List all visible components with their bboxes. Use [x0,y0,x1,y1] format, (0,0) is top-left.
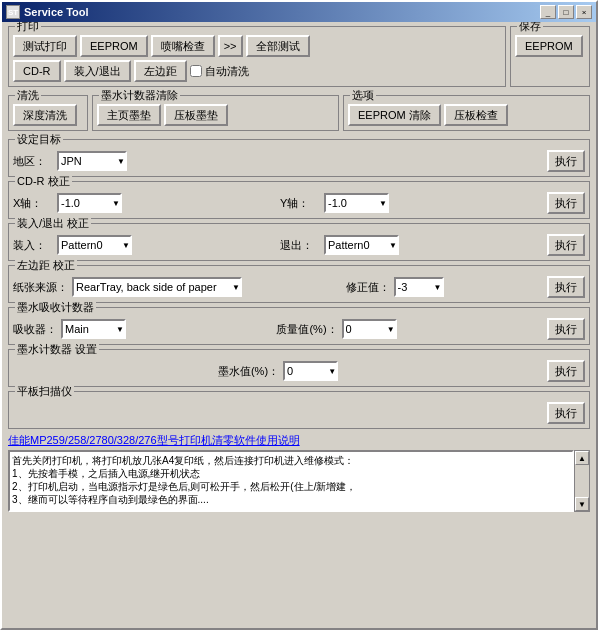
clean-content: 深度清洗 [13,104,83,126]
ink-counter-content: 主页墨垫 压板墨垫 [97,104,334,126]
region-label: 地区： [13,154,53,169]
x-select-wrapper: -1.0 -0.5 0 0.5 1.0 ▼ [57,193,122,213]
x-label: X轴： [13,196,53,211]
flatbed-section: 平板扫描仪 执行 [8,391,590,429]
auto-clean-label[interactable]: 自动清洗 [190,64,249,79]
flatbed-execute-button[interactable]: 执行 [547,402,585,424]
eeprom-save-button[interactable]: EEPROM [515,35,583,57]
options-content: EEPROM 清除 压板检查 [348,104,585,126]
content-area: 打印 测试打印 EEPROM 喷嘴检查 >> 全部测试 CD-R 装入/退出 左… [2,22,596,628]
arrow-button[interactable]: >> [218,35,243,57]
instructions-title[interactable]: 佳能MP259/258/2780/328/276型号打印机清零软件使用说明 [8,433,590,448]
save-content: EEPROM [515,35,585,57]
load-correction-label: 装入/退出 校正 [15,216,91,231]
test-print-button[interactable]: 测试打印 [13,35,77,57]
ink-counter-settings-content: 墨水值(%)： 0 10 20 50 100 ▼ 执行 [13,360,585,382]
load-execute-button[interactable]: 执行 [547,234,585,256]
minimize-button[interactable]: _ [540,5,556,19]
load-select[interactable]: Pattern0 Pattern1 Pattern2 [57,235,132,255]
source-select[interactable]: RearTray, back side of paper RearTray Ca… [72,277,242,297]
region-select[interactable]: JPN USA EUR [57,151,127,171]
cdr-label: CD-R 校正 [15,174,72,189]
ink-counter-settings-section: 墨水计数器 设置 墨水值(%)： 0 10 20 50 100 ▼ 执行 [8,349,590,387]
print-row1: 测试打印 EEPROM 喷嘴检查 >> 全部测试 [13,35,501,57]
platen-check-button[interactable]: 压板检查 [444,104,508,126]
full-test-button[interactable]: 全部测试 [246,35,310,57]
eeprom-print-button[interactable]: EEPROM [80,35,148,57]
unload-label: 退出： [280,238,320,253]
absorber-select-wrapper: Main Sub ▼ [61,319,126,339]
ink-counter-group: 墨水计数器清除 主页墨垫 压板墨垫 [92,95,339,131]
scroll-down[interactable]: ▼ [575,497,589,511]
scrollbar[interactable]: ▲ ▼ [574,450,590,512]
flatbed-label: 平板扫描仪 [15,384,74,399]
main-window: ST Service Tool _ □ × 打印 测试打印 EEPROM 喷嘴检… [0,0,598,630]
quality-select-wrapper: 0 10 20 50 100 ▼ [342,319,397,339]
print-row2: CD-R 装入/退出 左边距 自动清洗 [13,60,501,82]
load-label: 装入： [13,238,53,253]
ink-counter-settings-label: 墨水计数器 设置 [15,342,99,357]
window-icon: ST [6,5,20,19]
deep-clean-button[interactable]: 深度清洗 [13,104,77,126]
options-group-label: 选项 [350,88,376,103]
absorber-execute-button[interactable]: 执行 [547,318,585,340]
print-group: 打印 测试打印 EEPROM 喷嘴检查 >> 全部测试 CD-R 装入/退出 左… [8,26,506,87]
left-margin-button[interactable]: 左边距 [134,60,187,82]
auto-clean-text: 自动清洗 [205,64,249,79]
auto-clean-checkbox[interactable] [190,65,202,77]
target-label: 设定目标 [15,132,63,147]
y-label: Y轴： [280,196,320,211]
ink-val-wrapper: 0 10 20 50 100 ▼ [283,361,338,381]
ink-counter-execute-button[interactable]: 执行 [547,360,585,382]
target-execute-button[interactable]: 执行 [547,150,585,172]
unload-select[interactable]: Pattern0 Pattern1 Pattern2 [324,235,399,255]
ink-value-select[interactable]: 0 10 20 50 100 [283,361,338,381]
save-group: 保存 EEPROM [510,26,590,87]
save-group-label: 保存 [517,22,543,34]
instructions-area: 佳能MP259/258/2780/328/276型号打印机清零软件使用说明 首先… [8,433,590,512]
print-group-label: 打印 [15,22,41,34]
left-margin-content: 纸张来源： RearTray, back side of paper RearT… [13,276,585,298]
quality-select[interactable]: 0 10 20 50 100 [342,319,397,339]
instructions-text: 首先关闭打印机，将打印机放几张A4复印纸，然后连接打印机进入维修模式： 1、先按… [8,450,574,512]
cd-r-button[interactable]: CD-R [13,60,61,82]
maximize-button[interactable]: □ [558,5,574,19]
load-select-wrapper: Pattern0 Pattern1 Pattern2 ▼ [57,235,132,255]
flatbed-content: 执行 [13,402,585,424]
absorber-select[interactable]: Main Sub [61,319,126,339]
left-margin-section: 左边距 校正 纸张来源： RearTray, back side of pape… [8,265,590,303]
left-margin-execute-button[interactable]: 执行 [547,276,585,298]
load-unload-button[interactable]: 装入/退出 [64,60,131,82]
source-label: 纸张来源： [13,280,68,295]
source-select-wrapper: RearTray, back side of paper RearTray Ca… [72,277,242,297]
eeprom-clear-button[interactable]: EEPROM 清除 [348,104,441,126]
instructions-box: 首先关闭打印机，将打印机放几张A4复印纸，然后连接打印机进入维修模式： 1、先按… [8,450,590,512]
nozzle-check-button[interactable]: 喷嘴检查 [151,35,215,57]
clean-group-label: 清洗 [15,88,41,103]
ink-absorber-content: 吸收器： Main Sub ▼ 质量值(%)： 0 10 20 50 [13,318,585,340]
correction-value-select[interactable]: -3 -2 -1 0 1 2 3 [394,277,444,297]
quality-label: 质量值(%)： [276,322,337,337]
correction-val-wrapper: -3 -2 -1 0 1 2 3 ▼ [394,277,444,297]
options-group: 选项 EEPROM 清除 压板检查 [343,95,590,131]
middle-row: 清洗 深度清洗 墨水计数器清除 主页墨垫 压板墨垫 选项 EEPROM 清除 压… [8,95,590,135]
platen-ink-button[interactable]: 压板墨垫 [164,104,228,126]
y-axis-select[interactable]: -1.0 -0.5 0 0.5 1.0 [324,193,389,213]
unload-select-wrapper: Pattern0 Pattern1 Pattern2 ▼ [324,235,399,255]
ink-absorber-label: 墨水吸收计数器 [15,300,96,315]
close-button[interactable]: × [576,5,592,19]
cdr-correction-section: CD-R 校正 X轴： -1.0 -0.5 0 0.5 1.0 ▼ Y轴： [8,181,590,219]
main-ink-button[interactable]: 主页墨垫 [97,104,161,126]
target-section: 设定目标 地区： JPN USA EUR ▼ 执行 [8,139,590,177]
load-content: 装入： Pattern0 Pattern1 Pattern2 ▼ 退出： Pat… [13,234,585,256]
y-select-wrapper: -1.0 -0.5 0 0.5 1.0 ▼ [324,193,389,213]
left-margin-label: 左边距 校正 [15,258,77,273]
ink-absorber-section: 墨水吸收计数器 吸收器： Main Sub ▼ 质量值(%)： 0 10 2 [8,307,590,345]
cdr-execute-button[interactable]: 执行 [547,192,585,214]
scroll-up[interactable]: ▲ [575,451,589,465]
title-bar-buttons: _ □ × [540,5,592,19]
x-axis-select[interactable]: -1.0 -0.5 0 0.5 1.0 [57,193,122,213]
cdr-content: X轴： -1.0 -0.5 0 0.5 1.0 ▼ Y轴： -1.0 [13,192,585,214]
absorber-label: 吸收器： [13,322,57,337]
window-title: Service Tool [24,6,540,18]
